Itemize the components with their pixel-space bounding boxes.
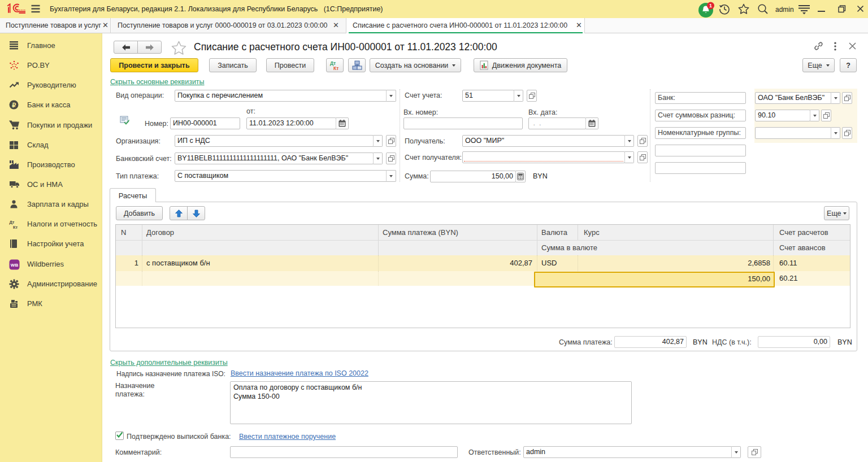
svg-text:Кт: Кт	[333, 66, 338, 71]
svg-text:₽: ₽	[12, 102, 16, 108]
svg-text:Кт: Кт	[13, 225, 18, 230]
svg-text:WB: WB	[11, 263, 19, 268]
svg-text:1: 1	[709, 3, 712, 8]
